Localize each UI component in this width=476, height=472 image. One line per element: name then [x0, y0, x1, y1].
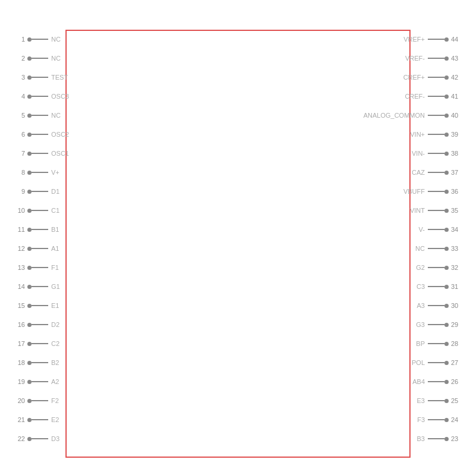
- pin-label: V+: [51, 169, 60, 176]
- pin-dot: [444, 75, 449, 80]
- pin-label: VBUFF: [403, 188, 425, 195]
- pin-left-5: 5 NC: [12, 106, 69, 125]
- pin-dot: [444, 285, 449, 289]
- pin-left-12: 12 A1: [12, 239, 69, 258]
- pin-line: [428, 172, 444, 173]
- pin-line: [32, 324, 48, 325]
- pin-number: 29: [451, 321, 464, 328]
- pin-line: [428, 39, 444, 40]
- pin-label: C1: [51, 207, 60, 214]
- pin-dot: [27, 95, 32, 99]
- pin-dot: [27, 247, 32, 251]
- pin-label: B1: [51, 226, 59, 233]
- pin-line: [428, 191, 444, 192]
- pin-right-41: 41 CREF-: [364, 87, 464, 106]
- pin-line: [428, 267, 444, 268]
- pin-left-13: 13 F1: [12, 258, 69, 277]
- pin-number: 33: [451, 245, 464, 252]
- pin-left-14: 14 G1: [12, 277, 69, 296]
- pin-number: 27: [451, 359, 464, 366]
- pin-label: G1: [51, 283, 60, 290]
- pin-dot: [444, 56, 449, 61]
- pin-dot: [444, 380, 449, 384]
- pin-label: F3: [417, 416, 425, 423]
- pin-label: A3: [417, 302, 425, 309]
- pin-label: C3: [416, 283, 425, 290]
- pin-line: [32, 419, 48, 420]
- pin-label: C2: [51, 340, 60, 347]
- pin-line: [428, 77, 444, 78]
- pin-dot: [444, 361, 449, 365]
- pin-label: NC: [415, 245, 425, 252]
- pin-right-25: 25 E3: [364, 391, 464, 410]
- pin-label: NC: [51, 112, 61, 119]
- pin-line: [428, 229, 444, 230]
- pin-number: 24: [451, 416, 464, 423]
- pin-label: POL: [412, 359, 425, 366]
- pin-label: OSC1: [51, 150, 69, 157]
- pin-label: CREF-: [405, 93, 425, 100]
- pin-label: A2: [51, 378, 59, 385]
- pin-dot: [27, 209, 32, 213]
- pin-number: 4: [12, 93, 25, 100]
- pin-number: 2: [12, 55, 25, 62]
- pin-label: VINT: [410, 207, 425, 214]
- pin-line: [428, 438, 444, 439]
- pin-label: D1: [51, 188, 60, 195]
- pin-right-35: 35 VINT: [364, 201, 464, 220]
- pin-line: [428, 153, 444, 154]
- pin-label: AB4: [412, 378, 425, 385]
- pin-line: [32, 229, 48, 230]
- pin-left-8: 8 V+: [12, 163, 69, 182]
- ic-diagram: 1 NC 2 NC 3 TEST 4 OSC3 5 NC 6: [12, 12, 464, 460]
- pin-number: 28: [451, 340, 464, 347]
- pin-dot: [444, 323, 449, 327]
- pin-dot: [444, 95, 449, 99]
- pin-right-40: 40 ANALOG_COMMON: [364, 106, 464, 125]
- pin-left-6: 6 OSC2: [12, 125, 69, 144]
- pin-left-20: 20 F2: [12, 391, 69, 410]
- pin-label: VREF-: [405, 55, 425, 62]
- pin-number: 44: [451, 36, 464, 43]
- pin-left-10: 10 C1: [12, 201, 69, 220]
- pin-right-38: 38 VIN-: [364, 144, 464, 163]
- pin-left-3: 3 TEST: [12, 68, 69, 87]
- pin-dot: [27, 380, 32, 384]
- pin-line: [32, 58, 48, 59]
- pin-line: [32, 305, 48, 306]
- pin-dot: [444, 228, 449, 232]
- pin-number: 43: [451, 55, 464, 62]
- pin-label: A1: [51, 245, 59, 252]
- pin-right-39: 39 VIN+: [364, 125, 464, 144]
- pin-label: E3: [417, 397, 425, 404]
- pin-line: [428, 248, 444, 249]
- pin-number: 15: [12, 302, 25, 309]
- pin-right-26: 26 AB4: [364, 372, 464, 391]
- pin-dot: [444, 437, 449, 441]
- pin-number: 31: [451, 283, 464, 290]
- pin-line: [428, 381, 444, 382]
- pin-line: [428, 286, 444, 287]
- pin-line: [32, 191, 48, 192]
- pin-right-33: 33 NC: [364, 239, 464, 258]
- pin-dot: [27, 266, 32, 270]
- pin-label: NC: [51, 36, 61, 43]
- pin-right-24: 24 F3: [364, 410, 464, 429]
- pin-line: [32, 400, 48, 401]
- pin-left-22: 22 D3: [12, 429, 69, 448]
- pin-right-37: 37 CAZ: [364, 163, 464, 182]
- pin-number: 13: [12, 264, 25, 271]
- pin-right-23: 23 B3: [364, 429, 464, 448]
- pin-dot: [27, 399, 32, 403]
- pin-label: D2: [51, 321, 60, 328]
- pin-left-18: 18 B2: [12, 353, 69, 372]
- pin-left-11: 11 B1: [12, 220, 69, 239]
- pin-line: [32, 134, 48, 135]
- pin-dot: [27, 152, 32, 156]
- pin-right-32: 32 G2: [364, 258, 464, 277]
- pin-number: 39: [451, 131, 464, 138]
- pin-line: [428, 96, 444, 97]
- pin-label: VIN+: [410, 131, 425, 138]
- pin-number: 22: [12, 435, 25, 442]
- pin-dot: [444, 37, 449, 42]
